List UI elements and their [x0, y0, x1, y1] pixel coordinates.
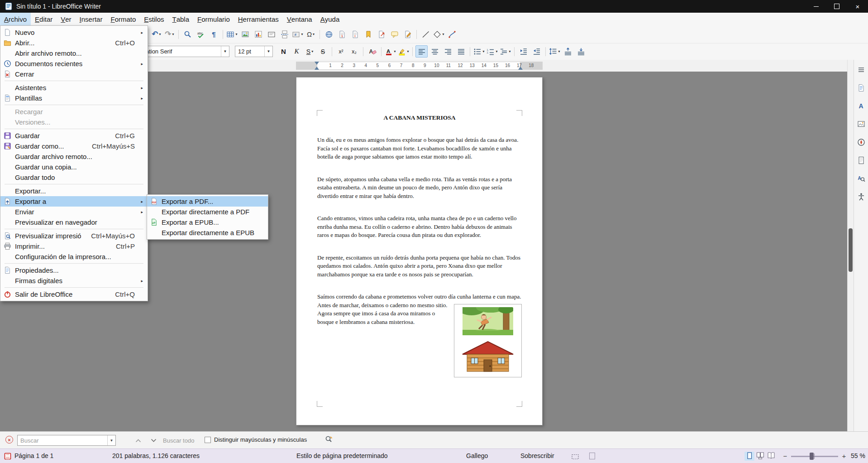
menu-item-guardar[interactable]: GuardarCtrl+G: [0, 130, 148, 141]
document-text-area[interactable]: A CABANA MISTERIOSA Un día, eu e os meus…: [317, 111, 522, 406]
menu-item-guardar-una-copia[interactable]: Guardar una copia...: [0, 162, 148, 172]
menu-item-exportar-a-epub[interactable]: ePExportar a EPUB...: [147, 217, 268, 227]
page-style-status[interactable]: Estilo de página predeterminado: [296, 452, 388, 459]
first-line-indent-marker[interactable]: [315, 62, 319, 65]
menu-item-plantillas[interactable]: Plantillas▸: [0, 93, 148, 103]
menu-item-exportar-directamente-a-pdf[interactable]: Exportar directamente a PDF: [147, 207, 268, 217]
menu-ventana[interactable]: Ventana: [283, 13, 316, 25]
draw-functions-button[interactable]: [446, 28, 458, 40]
zoom-level[interactable]: 55 %: [851, 452, 865, 459]
field-button[interactable]: #▾: [291, 28, 304, 40]
bold-button[interactable]: N: [277, 45, 290, 58]
chevron-down-icon[interactable]: ▼: [264, 46, 272, 57]
italic-button[interactable]: K: [291, 45, 303, 58]
maximize-button[interactable]: [826, 0, 847, 13]
special-character-button[interactable]: Ω▾: [305, 28, 317, 40]
multi-page-view-button[interactable]: [755, 452, 765, 461]
unordered-list-button[interactable]: ▾: [473, 45, 485, 58]
chevron-down-icon[interactable]: ▾: [558, 49, 560, 53]
chevron-down-icon[interactable]: ▾: [394, 49, 396, 53]
increase-paragraph-spacing-button[interactable]: [562, 45, 574, 58]
strikethrough-button[interactable]: S: [317, 45, 329, 58]
menu-editar[interactable]: Editar: [31, 13, 57, 25]
basic-shapes-button[interactable]: ▾: [433, 28, 445, 40]
scrollbar-thumb[interactable]: [849, 228, 853, 272]
chevron-down-icon[interactable]: ▾: [313, 32, 315, 36]
find-next-button[interactable]: [148, 435, 159, 446]
menu-item-salir-de-libreoffice[interactable]: Salir de LibreOfficeCtrl+Q: [0, 289, 148, 299]
chart-button[interactable]: [252, 28, 264, 40]
chevron-down-icon[interactable]: ▼: [107, 435, 115, 445]
chevron-down-icon[interactable]: ▾: [496, 49, 497, 53]
single-page-view-button[interactable]: [744, 452, 754, 461]
menu-item-abrir-archivo-remoto[interactable]: Abrir archivo remoto...: [0, 48, 148, 58]
cross-reference-button[interactable]: [375, 28, 387, 40]
decrease-paragraph-spacing-button[interactable]: [575, 45, 587, 58]
menu-item-nuevo[interactable]: Nuevo▸: [0, 27, 148, 38]
menu-item-exportar-directamente-a-epub[interactable]: Exportar directamente a EPUB: [147, 227, 268, 238]
spelling-button[interactable]: abc: [195, 28, 207, 40]
menu-formato[interactable]: Formato: [106, 13, 140, 25]
menu-item-imprimir[interactable]: Imprimir...Ctrl+P: [0, 241, 148, 251]
find-replace-button[interactable]: [181, 28, 194, 40]
track-changes-button[interactable]: [401, 28, 414, 40]
menu-item-exportar-a-pdf[interactable]: PDFExportar a PDF...: [147, 196, 268, 207]
superscript-button[interactable]: x²: [335, 45, 347, 58]
chevron-down-icon[interactable]: ▾: [407, 49, 409, 53]
chevron-down-icon[interactable]: ▾: [235, 32, 237, 36]
sidebar-gallery-button[interactable]: [856, 119, 867, 130]
formatting-marks-button[interactable]: ¶: [208, 28, 220, 40]
menu-tabla[interactable]: Tabla: [168, 13, 194, 25]
table-button[interactable]: ▾: [226, 28, 238, 40]
minimize-button[interactable]: [806, 0, 826, 13]
sidebar-page-button[interactable]: [856, 155, 867, 166]
sidebar-styles-button[interactable]: A: [856, 101, 867, 111]
page-break-button[interactable]: [278, 28, 291, 40]
sidebar-accessibility-check-button[interactable]: [856, 191, 867, 202]
right-indent-marker[interactable]: [518, 67, 523, 70]
align-justify-button[interactable]: [455, 45, 467, 58]
align-left-button[interactable]: [415, 45, 428, 58]
undo-button[interactable]: ↶▾: [150, 28, 162, 40]
chevron-down-icon[interactable]: ▾: [172, 32, 174, 36]
document-modified-icon[interactable]: [4, 452, 11, 459]
chevron-down-icon[interactable]: ▾: [159, 32, 161, 36]
line-spacing-button[interactable]: ▾: [548, 45, 561, 58]
menu-ver[interactable]: Ver: [57, 13, 75, 25]
menu-insertar[interactable]: Insertar: [76, 13, 107, 25]
selection-mode-icon[interactable]: [571, 453, 579, 462]
match-case-checkbox[interactable]: [205, 437, 211, 443]
find-and-replace-button[interactable]: [323, 435, 335, 446]
menu-archivo[interactable]: Archivo: [0, 13, 31, 25]
zoom-slider-thumb[interactable]: [810, 453, 814, 460]
zoom-in-button[interactable]: +: [840, 451, 848, 460]
sidebar-properties-button[interactable]: [856, 82, 867, 93]
menu-item-previsualizar-en-navegador[interactable]: Previsualizar en navegador: [0, 217, 148, 227]
menu-item-configuracion-de-la-impresora[interactable]: Configuración de la impresora...: [0, 251, 148, 262]
line-button[interactable]: [420, 28, 432, 40]
font-size-combo[interactable]: 12 pt ▼: [235, 46, 273, 57]
decrease-indent-button[interactable]: [530, 45, 543, 58]
menu-formulario[interactable]: Formulario: [193, 13, 234, 25]
menu-ayuda[interactable]: Ayuda: [316, 13, 344, 25]
sidebar-style-inspector-button[interactable]: A: [856, 173, 867, 184]
match-case-option[interactable]: Distinguir mayúsculas y minúsculas: [205, 436, 307, 443]
zoom-out-button[interactable]: −: [781, 451, 789, 460]
page-number-status[interactable]: Página 1 de 1: [14, 452, 53, 459]
menu-item-guardar-archivo-remoto[interactable]: Guardar archivo remoto...: [0, 151, 148, 162]
clear-formatting-button[interactable]: A: [366, 45, 378, 58]
chevron-down-icon[interactable]: ▾: [482, 49, 484, 53]
footnote-button[interactable]: 1: [336, 28, 348, 40]
search-input[interactable]: [18, 435, 107, 445]
sidebar-sidebar-settings-button[interactable]: [856, 64, 867, 75]
endnote-button[interactable]: i: [349, 28, 361, 40]
vertical-scrollbar[interactable]: [847, 60, 854, 431]
menu-item-firmas-digitales[interactable]: Firmas digitales▸: [0, 275, 148, 286]
hyperlink-button[interactable]: [323, 28, 335, 40]
align-center-button[interactable]: [429, 45, 441, 58]
zoom-slider-track[interactable]: [791, 456, 838, 457]
menu-item-previsualizar-impresion[interactable]: Previsualizar impresiónCtrl+Mayús+O: [0, 231, 148, 241]
menu-item-abrir[interactable]: Abrir...Ctrl+O: [0, 38, 148, 48]
chevron-down-icon[interactable]: ▾: [509, 49, 510, 53]
find-previous-button[interactable]: [132, 435, 144, 446]
